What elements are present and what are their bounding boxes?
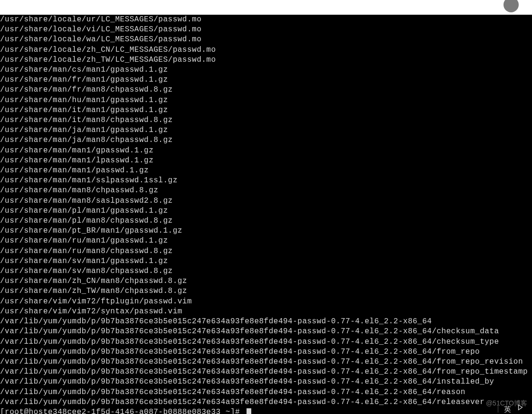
terminal-line: /usr/share/man/man8/saslpasswd2.8.gz — [0, 196, 532, 206]
terminal-line: /var/lib/yum/yumdb/p/9b7ba3876ce3b5e015c… — [0, 387, 532, 397]
terminal-line: /var/lib/yum/yumdb/p/9b7ba3876ce3b5e015c… — [0, 337, 532, 347]
terminal-line: /var/lib/yum/yumdb/p/9b7ba3876ce3b5e015c… — [0, 377, 532, 387]
ime-bar[interactable]: 英 — [498, 405, 524, 414]
terminal-line: /usr/share/man/cs/man1/gpasswd.1.gz — [0, 65, 532, 75]
terminal-line: /usr/share/man/pt_BR/man1/gpasswd.1.gz — [0, 226, 532, 236]
terminal-line: /usr/share/man/it/man1/gpasswd.1.gz — [0, 105, 532, 115]
terminal-line: /usr/share/man/man1/passwd.1.gz — [0, 166, 532, 176]
terminal-line: /usr/share/man/zh_CN/man8/chpasswd.8.gz — [0, 276, 532, 286]
terminal-line: /usr/share/locale/zh_TW/LC_MESSAGES/pass… — [0, 55, 532, 65]
terminal-line: /var/lib/yum/yumdb/p/9b7ba3876ce3b5e015c… — [0, 367, 532, 377]
terminal-prompt: [root@hoste348cee2-1f5d-4146-a087-b0888e… — [0, 407, 245, 414]
terminal-line: /var/lib/yum/yumdb/p/9b7ba3876ce3b5e015c… — [0, 327, 532, 337]
ime-language[interactable]: 英 — [504, 404, 512, 414]
terminal-line: /usr/share/locale/zh_CN/LC_MESSAGES/pass… — [0, 45, 532, 55]
play-icon[interactable] — [517, 404, 523, 414]
terminal-line: /var/lib/yum/yumdb/p/9b7ba3876ce3b5e015c… — [0, 317, 532, 327]
browser-topbar — [0, 0, 532, 15]
terminal-line: /usr/share/man/it/man8/chpasswd.8.gz — [0, 115, 532, 125]
avatar[interactable] — [504, 0, 519, 12]
terminal-line: /usr/share/man/pl/man1/gpasswd.1.gz — [0, 206, 532, 216]
terminal-line: /usr/share/locale/ur/LC_MESSAGES/passwd.… — [0, 15, 532, 25]
terminal-line: /var/lib/yum/yumdb/p/9b7ba3876ce3b5e015c… — [0, 397, 532, 407]
terminal-line: /usr/share/man/ja/man1/gpasswd.1.gz — [0, 125, 532, 135]
terminal-cursor — [247, 408, 251, 414]
terminal-line: /usr/share/vim/vim72/ftplugin/passwd.vim — [0, 297, 532, 307]
terminal-line: /usr/share/man/sv/man8/chpasswd.8.gz — [0, 266, 532, 276]
terminal-line: /var/lib/yum/yumdb/p/9b7ba3876ce3b5e015c… — [0, 357, 532, 367]
terminal-line: /usr/share/man/hu/man1/gpasswd.1.gz — [0, 95, 532, 105]
terminal-line: /var/lib/yum/yumdb/p/9b7ba3876ce3b5e015c… — [0, 347, 532, 357]
terminal-line: /usr/share/man/zh_TW/man8/chpasswd.8.gz — [0, 286, 532, 296]
terminal-line: /usr/share/man/pl/man8/chpasswd.8.gz — [0, 216, 532, 226]
terminal-output: /usr/share/locale/ur/LC_MESSAGES/passwd.… — [0, 15, 532, 407]
terminal-prompt-line[interactable]: [root@hoste348cee2-1f5d-4146-a087-b0888e… — [0, 407, 532, 414]
terminal-line: /usr/share/man/ru/man1/gpasswd.1.gz — [0, 236, 532, 246]
terminal-line: /usr/share/man/sv/man1/gpasswd.1.gz — [0, 256, 532, 266]
terminal[interactable]: /usr/share/locale/ur/LC_MESSAGES/passwd.… — [0, 15, 532, 414]
terminal-line: /usr/share/man/man8/chpasswd.8.gz — [0, 186, 532, 196]
ime-separator — [498, 406, 498, 413]
terminal-line: /usr/share/locale/vi/LC_MESSAGES/passwd.… — [0, 25, 532, 35]
terminal-line: /usr/share/locale/wa/LC_MESSAGES/passwd.… — [0, 35, 532, 45]
terminal-line: /usr/share/man/fr/man1/gpasswd.1.gz — [0, 75, 532, 85]
terminal-line: /usr/share/man/fr/man8/chpasswd.8.gz — [0, 85, 532, 95]
terminal-line: /usr/share/man/man1/sslpasswd.1ssl.gz — [0, 176, 532, 186]
terminal-line: /usr/share/vim/vim72/syntax/passwd.vim — [0, 307, 532, 317]
terminal-line: /usr/share/man/man1/lpasswd.1.gz — [0, 156, 532, 166]
terminal-line: /usr/share/man/ru/man8/chpasswd.8.gz — [0, 246, 532, 256]
terminal-line: /usr/share/man/ja/man8/chpasswd.8.gz — [0, 135, 532, 145]
terminal-line: /usr/share/man/man1/gpasswd.1.gz — [0, 146, 532, 156]
